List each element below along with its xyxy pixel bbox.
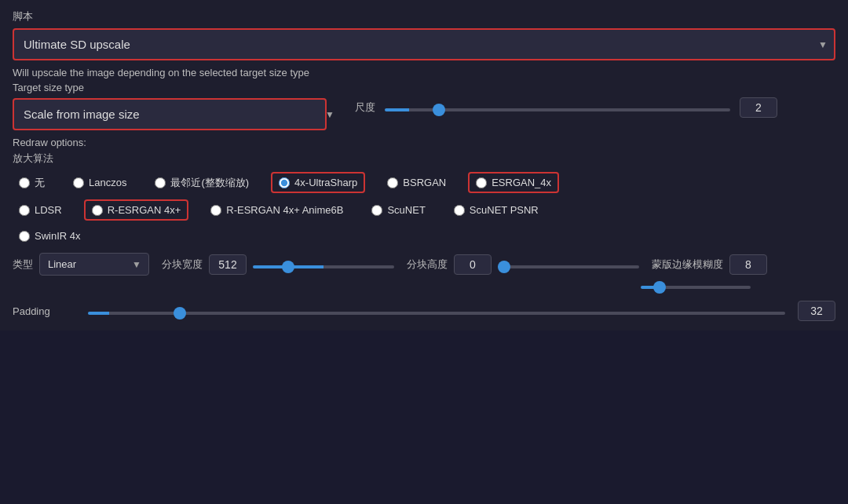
radio-scunet[interactable]: ScuNET [365, 199, 431, 221]
target-label: Target size type [13, 82, 342, 93]
radio-ldsr[interactable]: LDSR [13, 199, 68, 221]
radio-nearest-label: 最邻近(整数缩放) [170, 176, 249, 190]
description-text: Will upscale the image depending on the … [13, 67, 835, 79]
bottom-controls: 类型 Linear Chess None ▼ 分块宽度 512 分块高度 0 [13, 253, 835, 276]
radio-scunet-label: ScuNET [387, 204, 425, 216]
padding-slider-wrapper [88, 305, 785, 317]
radio-swinir4x[interactable]: SwinIR 4x [13, 227, 87, 245]
type-group: 类型 Linear Chess None ▼ [13, 253, 149, 276]
radio-wu[interactable]: 无 [13, 172, 51, 193]
radio-ultrasharp-label: 4x-UltraSharp [294, 177, 357, 188]
main-container: 脚本 Ultimate SD upscale ▼ Will upscale th… [0, 0, 848, 331]
blur-slider-wrapper [641, 279, 751, 291]
target-select[interactable]: Scale from image size Custom size Just r… [13, 98, 327, 130]
blur-slider-row [13, 279, 835, 291]
radio-nearest-input[interactable] [155, 177, 166, 188]
type-label: 类型 [13, 257, 33, 272]
radio-esrgan4x-label: ESRGAN_4x [492, 177, 551, 188]
radio-scunetpsnr-input[interactable] [454, 205, 465, 216]
radio-resrgan4xplusanime-input[interactable] [210, 205, 221, 216]
radio-resrgan4xplus[interactable]: R-ESRGAN 4x+ [84, 199, 189, 221]
padding-row: Padding 32 [13, 301, 835, 321]
scale-value[interactable]: 2 [740, 97, 777, 118]
radio-ultrasharp[interactable]: 4x-UltraSharp [271, 172, 365, 193]
radio-esrgan4x[interactable]: ESRGAN_4x [468, 172, 559, 193]
radio-esrgan4x-input[interactable] [476, 177, 487, 188]
radio-wu-input[interactable] [19, 177, 30, 188]
radio-bsrgan[interactable]: BSRGAN [381, 172, 452, 193]
algo-row1: 无 Lanczos 最邻近(整数缩放) 4x-UltraSharp BSRGAN… [13, 172, 835, 193]
target-col: Target size type Scale from image size C… [13, 82, 342, 130]
radio-lanczos-input[interactable] [73, 177, 84, 188]
radio-bsrgan-label: BSRGAN [403, 177, 446, 188]
radio-nearest[interactable]: 最邻近(整数缩放) [148, 172, 255, 193]
radio-wu-label: 无 [35, 176, 45, 190]
script-select-wrapper: Ultimate SD upscale ▼ [13, 28, 835, 60]
radio-ldsr-label: LDSR [35, 204, 62, 216]
blur-group: 蒙版边缘模糊度 8 [652, 254, 767, 275]
radio-resrgan4xplusanime-label: R-ESRGAN 4x+ Anime6B [226, 204, 343, 216]
chunk-width-slider[interactable] [253, 265, 394, 268]
blur-value[interactable]: 8 [729, 254, 767, 275]
algo-row3: SwinIR 4x [13, 227, 835, 245]
script-select[interactable]: Ultimate SD upscale [13, 28, 835, 60]
chunk-height-value[interactable]: 0 [454, 254, 492, 275]
radio-bsrgan-input[interactable] [387, 177, 398, 188]
script-label: 脚本 [13, 9, 835, 24]
radio-resrgan4xplus-label: R-ESRGAN 4x+ [108, 204, 181, 216]
chunk-width-value[interactable]: 512 [209, 254, 247, 275]
radio-resrgan4xplus-input[interactable] [92, 205, 103, 216]
chunk-height-slider-wrapper [498, 258, 639, 271]
script-section: 脚本 Ultimate SD upscale ▼ [13, 9, 835, 60]
chunk-width-group: 分块宽度 512 [162, 254, 394, 275]
radio-scunetpsnr[interactable]: ScuNET PSNR [448, 199, 545, 221]
algo-row2: LDSR R-ESRGAN 4x+ R-ESRGAN 4x+ Anime6B S… [13, 199, 835, 221]
padding-slider[interactable] [88, 312, 785, 315]
chunk-height-label: 分块高度 [407, 257, 448, 272]
blur-slider[interactable] [641, 286, 751, 289]
scale-col: 尺度 2 [355, 82, 835, 118]
scale-slider-wrapper [385, 101, 730, 114]
redraw-section: Redraw options: 放大算法 无 Lanczos 最邻近(整数缩放)… [13, 137, 835, 245]
padding-value[interactable]: 32 [798, 301, 835, 321]
target-select-wrapper: Scale from image size Custom size Just r… [13, 98, 342, 130]
padding-section: Padding 32 [13, 301, 835, 321]
radio-ldsr-input[interactable] [19, 205, 30, 216]
type-select-wrapper: Linear Chess None ▼ [39, 253, 149, 276]
chunk-height-group: 分块高度 0 [407, 254, 639, 275]
chunk-height-slider[interactable] [498, 265, 639, 268]
chunk-width-label: 分块宽度 [162, 257, 203, 272]
radio-scunetpsnr-label: ScuNET PSNR [470, 204, 539, 216]
padding-label: Padding [13, 305, 75, 317]
radio-swinir4x-input[interactable] [19, 231, 30, 242]
radio-lanczos-label: Lanczos [89, 177, 126, 188]
algo-label: 放大算法 [13, 152, 835, 166]
scale-slider[interactable] [385, 108, 730, 111]
redraw-label: Redraw options: [13, 137, 835, 148]
scale-label: 尺度 [355, 100, 375, 115]
radio-swinir4x-label: SwinIR 4x [35, 230, 81, 242]
type-select[interactable]: Linear Chess None [39, 253, 149, 276]
radio-ultrasharp-input[interactable] [279, 177, 290, 188]
radio-scunet-input[interactable] [371, 205, 382, 216]
radio-resrgan4xplusanime[interactable]: R-ESRGAN 4x+ Anime6B [204, 199, 349, 221]
radio-lanczos[interactable]: Lanczos [67, 172, 133, 193]
chunk-width-slider-wrapper [253, 258, 394, 271]
blur-label: 蒙版边缘模糊度 [652, 258, 723, 271]
target-scale-row: Target size type Scale from image size C… [13, 82, 835, 130]
